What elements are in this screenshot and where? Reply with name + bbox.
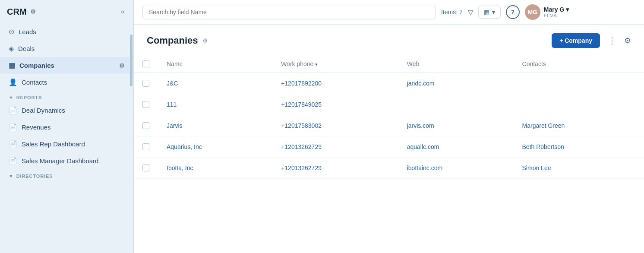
row-name-2: Jarvis (158, 115, 272, 136)
reports-chevron[interactable]: ▼ (9, 95, 14, 100)
company-name-link-1[interactable]: 111 (167, 101, 177, 108)
col-name: Name (158, 55, 272, 73)
row-name-0: J&C (158, 73, 272, 94)
row-web-3: aquallc.com (398, 136, 514, 158)
sidebar: CRM ⚙ « ⊙ Leads ◈ Deals ▦ Companies ⚙ 👤 … (0, 0, 134, 253)
company-contacts-4[interactable]: Simon Lee (522, 164, 551, 171)
sidebar-nav: ⊙ Leads ◈ Deals ▦ Companies ⚙ 👤 Contacts… (0, 23, 133, 180)
companies-icon: ▦ (9, 61, 15, 70)
company-name-link-2[interactable]: Jarvis (167, 122, 183, 129)
company-web-4[interactable]: ibottainc.com (407, 164, 442, 171)
row-checkbox-1[interactable] (142, 101, 149, 108)
company-name-link-4[interactable]: Ibotta, Inc (167, 164, 193, 171)
select-all-checkbox[interactable] (142, 60, 149, 67)
col-work-phone[interactable]: Work phone ▾ (272, 55, 398, 73)
deals-label: Deals (18, 45, 35, 52)
row-checkbox-cell (134, 158, 158, 179)
help-button[interactable]: ? (506, 5, 520, 19)
avatar-image: MG (525, 4, 540, 20)
grid-view-icon: ▦ (484, 9, 489, 16)
row-checkbox-0[interactable] (142, 80, 149, 87)
view-toggle-button[interactable]: ▦ ▾ (478, 6, 501, 19)
page-settings-icon[interactable]: ⚙ (202, 37, 208, 44)
header-actions: + Company ⋮ ⚙ (552, 33, 631, 48)
table-row: Jarvis +12017583002 jarvis.com Margaret … (134, 115, 644, 136)
sales-manager-label: Sales Manager Dashboard (22, 157, 98, 164)
crm-gear-icon[interactable]: ⚙ (30, 8, 36, 15)
user-info: Mary G ▾ ELMA (544, 6, 569, 18)
sidebar-item-leads[interactable]: ⊙ Leads (0, 23, 133, 40)
row-checkbox-4[interactable] (142, 164, 149, 171)
reports-section-label: ▼ REPORTS (0, 91, 133, 102)
collapse-sidebar-button[interactable]: « (119, 6, 126, 17)
sidebar-item-sales-manager-dashboard[interactable]: 📄 Sales Manager Dashboard (0, 152, 133, 169)
more-options-button[interactable]: ⋮ (605, 35, 619, 46)
view-chevron: ▾ (492, 9, 495, 16)
main-content: Items: 7 ▽ ▦ ▾ ? MG Mary G ▾ ELMA Compan… (134, 0, 644, 253)
scrollbar-thumb (130, 35, 133, 86)
table-row: 111 +12017849025 (134, 94, 644, 115)
row-web-4: ibottainc.com (398, 158, 514, 179)
row-checkbox-2[interactable] (142, 122, 149, 129)
company-contacts-3[interactable]: Beth Robertson (522, 143, 564, 150)
deal-dynamics-label: Deal Dynamics (22, 107, 65, 114)
row-checkbox-cell (134, 94, 158, 115)
sidebar-item-deal-dynamics[interactable]: 📄 Deal Dynamics (0, 102, 133, 119)
deals-icon: ◈ (9, 44, 14, 53)
row-phone-0: +12017892200 (272, 73, 398, 94)
page-title: Companies (147, 35, 198, 46)
work-phone-sort-arrow: ▾ (315, 62, 318, 67)
company-web-2[interactable]: jarvis.com (407, 122, 434, 129)
row-contacts-3: Beth Robertson (514, 136, 644, 158)
sidebar-item-deals[interactable]: ◈ Deals (0, 40, 133, 57)
sales-rep-label: Sales Rep Dashboard (22, 140, 85, 148)
company-phone-1: +12017849025 (281, 101, 322, 108)
filter-icon[interactable]: ▽ (468, 8, 473, 16)
content-area: Companies ⚙ + Company ⋮ ⚙ Name (134, 25, 644, 253)
company-web-0[interactable]: jandc.com (407, 80, 435, 87)
company-web-3[interactable]: aquallc.com (407, 143, 439, 150)
company-name-link-0[interactable]: J&C (167, 80, 178, 87)
content-header: Companies ⚙ + Company ⋮ ⚙ (134, 25, 644, 55)
user-avatar[interactable]: MG Mary G ▾ ELMA (525, 4, 569, 20)
companies-settings-icon[interactable]: ⚙ (119, 62, 125, 69)
col-web: Web (398, 55, 514, 73)
row-contacts-4: Simon Lee (514, 158, 644, 179)
row-web-1 (398, 94, 514, 115)
table-settings-icon[interactable]: ⚙ (624, 36, 631, 45)
add-company-button[interactable]: + Company (552, 33, 600, 48)
select-all-header (134, 55, 158, 73)
company-name-link-3[interactable]: Aquarius, Inc (167, 143, 202, 150)
table-row: Ibotta, Inc +12013262729 ibottainc.com S… (134, 158, 644, 179)
row-contacts-2: Margaret Green (514, 115, 644, 136)
sidebar-item-companies[interactable]: ▦ Companies ⚙ (0, 57, 133, 74)
sidebar-item-sales-rep-dashboard[interactable]: 📄 Sales Rep Dashboard (0, 136, 133, 152)
row-phone-1: +12017849025 (272, 94, 398, 115)
topbar: Items: 7 ▽ ▦ ▾ ? MG Mary G ▾ ELMA (134, 0, 644, 25)
sidebar-scrollbar[interactable] (130, 0, 133, 253)
row-phone-3: +12013262729 (272, 136, 398, 158)
leads-icon: ⊙ (9, 28, 14, 36)
row-phone-4: +12013262729 (272, 158, 398, 179)
table-row: Aquarius, Inc +12013262729 aquallc.com B… (134, 136, 644, 158)
sidebar-item-revenues[interactable]: 📄 Revenues (0, 119, 133, 136)
sales-rep-icon: 📄 (9, 140, 17, 148)
directories-chevron[interactable]: ▼ (9, 174, 14, 179)
crm-logo: CRM ⚙ (7, 7, 36, 17)
row-checkbox-3[interactable] (142, 143, 149, 150)
sidebar-header: CRM ⚙ « (0, 0, 133, 23)
sidebar-item-contacts[interactable]: 👤 Contacts (0, 74, 133, 91)
revenues-icon: 📄 (9, 123, 17, 131)
user-name: Mary G ▾ (544, 6, 569, 13)
row-name-1: 111 (158, 94, 272, 115)
col-contacts: Contacts (514, 55, 644, 73)
crm-title: CRM (7, 7, 27, 17)
leads-label: Leads (19, 28, 36, 35)
items-count: Items: 7 (441, 9, 463, 16)
companies-label: Companies (19, 62, 54, 69)
company-contacts-2[interactable]: Margaret Green (522, 122, 565, 129)
search-input[interactable] (142, 5, 436, 19)
row-contacts-1 (514, 94, 644, 115)
company-phone-0: +12017892200 (281, 80, 322, 87)
row-web-2: jarvis.com (398, 115, 514, 136)
